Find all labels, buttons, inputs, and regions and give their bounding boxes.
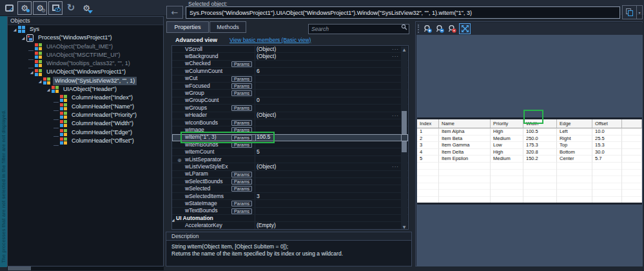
basic-view-link[interactable]: View basic members (Basic view) [229, 37, 311, 43]
property-row-wgroup[interactable]: wGroupParams [172, 90, 408, 97]
image-toolbar [416, 23, 643, 35]
property-row-wgroupcount[interactable]: wGroupCount0 [172, 97, 408, 105]
scroll-up-icon[interactable]: ▲ [401, 46, 407, 52]
toolbar-grip[interactable] [418, 25, 420, 33]
scroll-down-icon[interactable]: ▼ [401, 224, 407, 230]
property-row-witemcount[interactable]: wItemCount5 [172, 148, 408, 156]
property-row-wimage[interactable]: wImageParams [172, 126, 408, 134]
zoom-reset-icon[interactable] [447, 23, 458, 34]
tree-item-uiaobject-windowsproject1[interactable]: ◢ UIAObject("WindowsProject1") [8, 68, 163, 76]
params-button[interactable]: Params [231, 90, 252, 96]
params-button[interactable]: Params [231, 76, 252, 82]
listview-row: 3Item GammaLow175.3Top15.3 [417, 142, 642, 149]
tree-item-columnheader-edge[interactable]: ColumnHeader("Edge") [8, 128, 163, 137]
tab-methods[interactable]: Methods [210, 21, 246, 33]
params-button[interactable]: Params [231, 172, 252, 177]
ellipsis-button[interactable]: ··· [392, 112, 399, 119]
refresh-icon[interactable]: ↻ [64, 1, 78, 15]
property-row-vscroll[interactable]: VScroll(Object)··· [172, 46, 408, 53]
property-row-wchecked[interactable]: wCheckedParams [172, 61, 408, 68]
property-row-wselectbounds[interactable]: wSelectBoundsParams [172, 178, 408, 185]
gear-filter-icon[interactable]: ⚙ [79, 1, 93, 15]
property-row-witem[interactable]: wItem("1", 3) Params 100.5 [172, 134, 408, 141]
property-row-witembounds[interactable]: wItemBoundsParams [172, 141, 408, 148]
params-button[interactable]: Params [231, 120, 252, 126]
zoom-in-icon[interactable] [422, 23, 434, 34]
listview-header-row: Index Name Priority Width Edge Offset [417, 119, 642, 128]
params-button[interactable]: Params [231, 127, 252, 133]
back-button[interactable]: ← [166, 6, 183, 19]
box-eye-icon[interactable] [48, 1, 63, 15]
filter-note-strip: The processes that are not selected in t… [0, 16, 7, 267]
back-arrow-icon: ← [171, 8, 179, 17]
tree-item-columnheader-priority[interactable]: ColumnHeader("Priority") [8, 111, 163, 119]
property-row-acceleratorkey[interactable]: AcceleratorKey(Empty) [172, 222, 408, 229]
gear-user-icon[interactable]: ⚙ [17, 1, 32, 15]
tree-item-process[interactable]: ◢ Process("WindowsProject1") [8, 34, 163, 42]
object-check-icon[interactable]: ✓ [2, 1, 16, 15]
tree-horizontal-scrollbar[interactable] [7, 266, 164, 270]
params-button[interactable]: Params [231, 83, 252, 89]
search-input[interactable] [308, 24, 409, 34]
expander-icon[interactable]: ◢ [20, 34, 26, 42]
property-row-wheader[interactable]: wHeader(Object)··· [172, 112, 408, 119]
tree-item-columnheader-offset[interactable]: ColumnHeader("Offset") [8, 137, 163, 145]
property-row-wgroups[interactable]: wGroupsParams [172, 105, 408, 112]
tree-item-columnheader-width[interactable]: ColumnHeader("Width") [8, 119, 163, 128]
description-text: Returns the name of the item specified b… [171, 250, 411, 257]
params-button[interactable]: Params [231, 61, 252, 67]
scrollbar-thumb[interactable] [8, 266, 31, 270]
expand-property-icon[interactable]: ⊕ [177, 157, 182, 164]
property-grid: VScroll(Object)··· wBackground(Object)··… [171, 45, 409, 230]
params-button[interactable]: Params [231, 208, 252, 214]
section-ui-automation[interactable]: ◢UI Automation [172, 215, 408, 222]
params-button[interactable]: Params [231, 142, 252, 148]
property-row-wiconbounds[interactable]: wIconBoundsParams [172, 119, 408, 126]
ellipsis-button[interactable]: ··· [392, 163, 399, 170]
property-row-wlistseparator[interactable]: ⊕wListSeparator [172, 156, 408, 163]
property-row-wlparam[interactable]: wLParamParams [172, 171, 408, 178]
tree-item-tooltips[interactable]: Window("tooltips_class32", "", 1) [8, 59, 163, 68]
selected-object-path-input[interactable] [186, 6, 620, 19]
listview-empty-rows [417, 163, 642, 203]
copy-path-button[interactable] [622, 5, 637, 19]
tree-item-sys[interactable]: ◢ Sys [8, 25, 163, 34]
tree-item-msctfime[interactable]: UIAObject("MSCTFIME_UI") [8, 51, 163, 59]
fit-to-window-icon[interactable] [459, 23, 471, 34]
ellipsis-button[interactable]: ··· [392, 46, 399, 53]
tree-item-default-ime[interactable]: UIAObject("Default_IME") [8, 43, 163, 51]
expander-icon[interactable]: ◢ [37, 77, 43, 85]
objects-panel: Objects ◢ Sys ◢ Process("WindowsProject1… [7, 16, 164, 266]
params-button[interactable]: Params [231, 105, 252, 111]
tree-item-syslistview32[interactable]: ◢ Window("SysListView32", "", 1) [8, 77, 163, 85]
params-button[interactable]: Params [231, 201, 252, 206]
scrollbar-thumb[interactable] [402, 111, 407, 152]
ellipsis-button[interactable]: ··· [392, 53, 399, 60]
property-row-wselected[interactable]: wSelectedParams [172, 185, 408, 192]
expander-icon[interactable]: ◢ [45, 85, 52, 94]
gears-icon[interactable]: ⚙⚙ [33, 1, 47, 15]
property-row-wfocused[interactable]: wFocusedParams [172, 83, 408, 90]
tab-properties[interactable]: Properties [166, 21, 209, 33]
windows-logo-icon [60, 137, 67, 145]
property-row-wbackground[interactable]: wBackground(Object)··· [172, 53, 408, 60]
expander-icon[interactable]: ◢ [12, 25, 18, 34]
params-button[interactable]: Params [231, 179, 252, 185]
property-row-wlistviewstyleex[interactable]: wListViewStyleEx(Object)··· [172, 163, 408, 170]
property-row-wselecteditems[interactable]: wSelectedItems3 [172, 193, 408, 200]
property-row-wtextbounds[interactable]: wTextBoundsParams [172, 208, 408, 215]
copy-dropdown-button[interactable]: ▾ [637, 5, 643, 19]
property-row-wcut[interactable]: wCutParams [172, 75, 408, 83]
tree-item-header[interactable]: ◢ UIAObject("Header") [8, 85, 163, 94]
object-screenshot: Index Name Priority Width Edge Offset 1I… [416, 35, 643, 266]
windows-logo-icon [52, 86, 59, 93]
expander-icon[interactable]: ◢ [28, 68, 35, 76]
property-row-wstateimage[interactable]: wStateImageParams [172, 200, 408, 207]
tree-item-columnheader-name[interactable]: ColumnHeader("Name") [8, 103, 163, 111]
windows-logo-icon [60, 95, 67, 102]
params-button[interactable]: Params [231, 186, 252, 192]
zoom-out-icon[interactable] [434, 23, 446, 34]
params-button[interactable]: Params [231, 135, 252, 141]
property-row-wcolumncount[interactable]: wColumnCount6 [172, 68, 408, 75]
tree-item-columnheader-index[interactable]: ColumnHeader("Index") [8, 94, 163, 102]
